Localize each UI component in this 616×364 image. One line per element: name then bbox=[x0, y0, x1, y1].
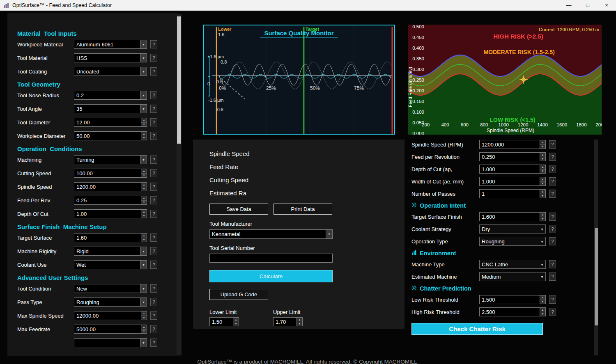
help-button[interactable]: ? bbox=[150, 325, 157, 333]
chevron-down-icon[interactable]: ▼ bbox=[326, 230, 332, 238]
close-button[interactable]: × bbox=[597, 0, 616, 10]
feed-per-revolution-stepper[interactable]: 0.250▲▼ bbox=[479, 152, 546, 161]
left-scrollbar-thumb[interactable] bbox=[177, 16, 181, 144]
max-spindle-speed-stepper[interactable]: 12000.00▲▼ bbox=[74, 311, 147, 320]
chevron-down-icon[interactable]: ▼ bbox=[140, 247, 147, 255]
help-button[interactable]: ? bbox=[150, 261, 157, 269]
workpiece-diameter-stepper[interactable]: 50.00▲▼ bbox=[74, 131, 147, 140]
width-of-cut-ae-mm-stepper[interactable]: 1.000▲▼ bbox=[479, 177, 546, 186]
help-button[interactable]: ? bbox=[150, 247, 157, 255]
pass-type-dropdown[interactable]: Roughing▼ bbox=[74, 298, 147, 307]
spinner-down-icon[interactable]: ▼ bbox=[540, 169, 545, 174]
help-button[interactable]: ? bbox=[150, 210, 157, 218]
max-feedrate-stepper[interactable]: 5000.00▲▼ bbox=[74, 325, 147, 334]
help-button[interactable]: ? bbox=[150, 54, 157, 62]
depth-of-cut-stepper[interactable]: 1.00▲▼ bbox=[74, 209, 147, 218]
spinner-down-icon[interactable]: ▼ bbox=[141, 238, 147, 242]
tool-coating-dropdown[interactable]: Uncoated▼ bbox=[74, 67, 147, 76]
operation-type-select[interactable]: Roughing▾ bbox=[479, 237, 546, 246]
spinner-down-icon[interactable]: ▼ bbox=[141, 214, 147, 218]
spinner-down-icon[interactable]: ▼ bbox=[540, 194, 545, 198]
spinner-up-icon[interactable]: ▲ bbox=[297, 318, 302, 322]
spinner-down-icon[interactable]: ▼ bbox=[540, 145, 545, 149]
right-scrollbar[interactable] bbox=[594, 140, 598, 355]
maximize-button[interactable]: □ bbox=[578, 0, 597, 10]
help-button[interactable]: ? bbox=[549, 237, 556, 245]
machine-rigidity-dropdown[interactable]: Rigid▼ bbox=[74, 247, 147, 256]
feed-per-rev-stepper[interactable]: 0.25▲▼ bbox=[74, 196, 147, 205]
spinner-down-icon[interactable]: ▼ bbox=[141, 201, 147, 205]
high-risk-threshold-stepper[interactable]: 2.500▲▼ bbox=[479, 307, 546, 316]
help-button[interactable]: ? bbox=[150, 118, 157, 126]
spinner-up-icon[interactable]: ▲ bbox=[540, 190, 545, 194]
spindle-speed-rpm-stepper[interactable]: 1200.000▲▼ bbox=[479, 140, 546, 149]
spinner-down-icon[interactable]: ▼ bbox=[233, 322, 239, 326]
help-button[interactable]: ? bbox=[150, 40, 157, 48]
help-button[interactable]: ? bbox=[549, 190, 556, 198]
help-button[interactable]: ? bbox=[150, 156, 157, 164]
chevron-down-icon[interactable]: ▼ bbox=[140, 54, 147, 62]
estimated-machine-select[interactable]: Medium▾ bbox=[479, 272, 546, 281]
cutting-speed-stepper[interactable]: 100.00▲▼ bbox=[74, 169, 147, 178]
number-of-passes-stepper[interactable]: 1▲▼ bbox=[479, 189, 546, 198]
help-button[interactable]: ? bbox=[150, 91, 157, 99]
tool-angle-dropdown[interactable]: 35▼ bbox=[74, 104, 147, 113]
left-scrollbar[interactable] bbox=[177, 14, 182, 355]
minimize-button[interactable]: — bbox=[559, 0, 578, 10]
chevron-down-icon[interactable]: ▼ bbox=[140, 40, 147, 48]
help-button[interactable]: ? bbox=[150, 234, 157, 242]
spinner-up-icon[interactable]: ▲ bbox=[141, 183, 147, 187]
spinner-down-icon[interactable]: ▼ bbox=[540, 182, 545, 186]
tool-diameter-stepper[interactable]: 12.00▲▼ bbox=[74, 118, 147, 127]
chevron-down-icon[interactable]: ▼ bbox=[140, 156, 147, 164]
spinner-up-icon[interactable]: ▲ bbox=[141, 311, 147, 316]
chevron-down-icon[interactable]: ▼ bbox=[140, 298, 147, 306]
help-button[interactable]: ? bbox=[150, 196, 157, 204]
spinner-down-icon[interactable]: ▼ bbox=[141, 123, 147, 127]
field-dropdown[interactable]: ▼ bbox=[74, 338, 147, 347]
spinner-down-icon[interactable]: ▼ bbox=[540, 312, 545, 316]
machine-type-select[interactable]: CNC Lathe▾ bbox=[479, 260, 546, 269]
help-button[interactable]: ? bbox=[549, 140, 556, 149]
spinner-up-icon[interactable]: ▲ bbox=[141, 118, 147, 123]
chevron-down-icon[interactable]: ▼ bbox=[140, 67, 147, 76]
tool-nose-radius-dropdown[interactable]: 0.2▼ bbox=[74, 91, 147, 100]
spinner-down-icon[interactable]: ▼ bbox=[540, 300, 545, 304]
spinner-up-icon[interactable]: ▲ bbox=[141, 210, 147, 214]
spinner-up-icon[interactable]: ▲ bbox=[141, 132, 147, 136]
spinner-down-icon[interactable]: ▼ bbox=[540, 157, 545, 161]
target-surface-stepper[interactable]: 1.60▲▼ bbox=[74, 233, 147, 242]
save-data-button[interactable]: Save Data bbox=[209, 204, 268, 215]
help-button[interactable]: ? bbox=[549, 260, 556, 268]
chevron-down-icon[interactable]: ▼ bbox=[140, 339, 147, 347]
help-button[interactable]: ? bbox=[549, 153, 556, 161]
lower-limit-stepper[interactable]: 1.50 ▲▼ bbox=[209, 317, 239, 326]
spinner-up-icon[interactable]: ▲ bbox=[233, 318, 239, 322]
right-scrollbar-thumb[interactable] bbox=[595, 228, 598, 325]
spinner-down-icon[interactable]: ▼ bbox=[297, 322, 302, 326]
workpiece-material-dropdown[interactable]: Aluminum 6061▼ bbox=[74, 40, 147, 49]
tool-material-dropdown[interactable]: HSS▼ bbox=[74, 53, 147, 62]
spinner-up-icon[interactable]: ▲ bbox=[540, 213, 545, 217]
help-button[interactable]: ? bbox=[150, 183, 157, 191]
spinner-up-icon[interactable]: ▲ bbox=[540, 153, 545, 157]
spinner-down-icon[interactable]: ▼ bbox=[141, 316, 147, 320]
print-data-button[interactable]: Print Data bbox=[274, 204, 332, 215]
help-button[interactable]: ? bbox=[549, 225, 556, 233]
spinner-down-icon[interactable]: ▼ bbox=[141, 174, 147, 178]
depth-of-cut-ap-stepper[interactable]: 1.000▲▼ bbox=[479, 165, 546, 174]
help-button[interactable]: ? bbox=[549, 272, 556, 281]
help-button[interactable]: ? bbox=[549, 165, 556, 173]
chevron-down-icon[interactable]: ▼ bbox=[140, 284, 147, 293]
help-button[interactable]: ? bbox=[150, 298, 157, 306]
spindle-speed-stepper[interactable]: 1200.00▲▼ bbox=[74, 182, 147, 191]
help-button[interactable]: ? bbox=[150, 284, 157, 293]
help-button[interactable]: ? bbox=[549, 308, 556, 316]
spinner-down-icon[interactable]: ▼ bbox=[141, 136, 147, 140]
spinner-up-icon[interactable]: ▲ bbox=[540, 308, 545, 312]
low-risk-threshold-stepper[interactable]: 1.500▲▼ bbox=[479, 295, 546, 304]
spinner-down-icon[interactable]: ▼ bbox=[141, 330, 147, 334]
spinner-down-icon[interactable]: ▼ bbox=[141, 187, 147, 191]
help-button[interactable]: ? bbox=[150, 339, 157, 347]
tool-condition-dropdown[interactable]: New▼ bbox=[74, 284, 147, 293]
